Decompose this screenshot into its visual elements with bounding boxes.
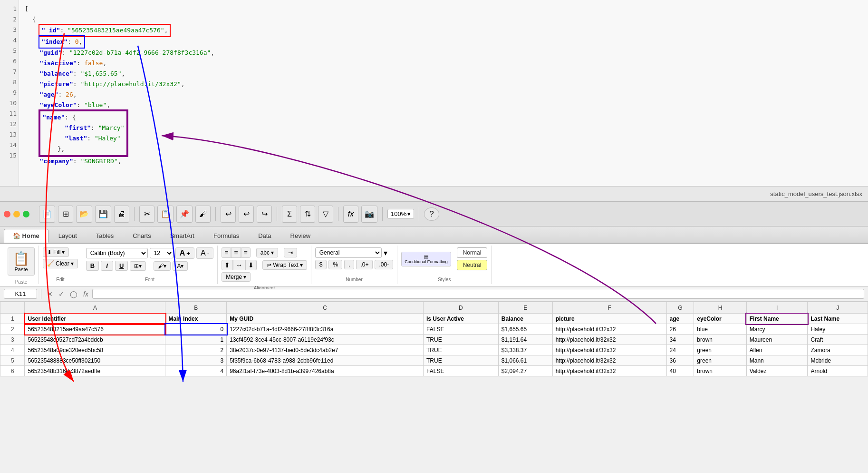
confirm-formula-button[interactable]: ✓ (57, 289, 66, 299)
valign-mid-button[interactable]: ↔ (233, 260, 245, 270)
cell-j1[interactable]: Last Name (808, 314, 868, 324)
expand-formula-button[interactable]: ◯ (68, 289, 79, 299)
cell-e5[interactable]: $1,066.61 (498, 355, 552, 366)
cell-e2[interactable]: $1,655.65 (498, 324, 552, 335)
abc-button[interactable]: abc ▾ (256, 248, 279, 257)
font-size-select[interactable]: 12 (150, 248, 174, 258)
cell-g1[interactable]: age (666, 314, 694, 324)
currency-button[interactable]: $ (315, 260, 327, 269)
formula-button[interactable]: fx (343, 206, 358, 223)
sum-button[interactable]: Σ (282, 206, 297, 223)
cell-d5[interactable]: TRUE (424, 355, 499, 366)
sort-button[interactable]: ⇅ (300, 206, 315, 223)
fill-button[interactable]: ⬇ Fill ▾ (43, 247, 69, 257)
cell-d2[interactable]: FALSE (424, 324, 499, 335)
cell-d6[interactable]: FALSE (424, 366, 499, 376)
borders-button[interactable]: ⊞▾ (130, 261, 146, 271)
cancel-formula-button[interactable]: ✕ (45, 289, 55, 299)
font-color-highlight[interactable]: 🖌▾ (154, 261, 171, 271)
col-header-f[interactable]: F (552, 302, 666, 314)
cell-a5[interactable]: 565235488883ce50ff302150 (25, 355, 165, 366)
col-header-a[interactable]: A (25, 302, 165, 314)
tab-data[interactable]: Data (249, 229, 280, 243)
wrap-text-dropdown[interactable]: ▾ (300, 262, 303, 268)
cell-i3[interactable]: Maureen (746, 335, 808, 345)
align-left-button[interactable]: ≡ (222, 247, 231, 258)
font-family-select[interactable]: Calibri (Body) (86, 248, 148, 258)
merge-button[interactable]: Merge ▾ (222, 272, 251, 282)
cell-h1[interactable]: eyeColor (694, 314, 746, 324)
col-header-i[interactable]: I (746, 302, 808, 314)
cell-e4[interactable]: $3,338.37 (498, 345, 552, 355)
cell-d3[interactable]: TRUE (424, 335, 499, 345)
wrap-text-button[interactable]: ⇌ Wrap Text ▾ (262, 260, 307, 270)
cell-a4[interactable]: 56523548a09ce320eed5bc58 (25, 345, 165, 355)
format-button[interactable]: 🖌 (195, 206, 211, 223)
cell-c6[interactable]: 96a2f1af-f73e-4003-8d1b-a3997426ab8a (227, 366, 424, 376)
new-file-button[interactable]: 📄 (39, 206, 55, 223)
decrease-decimal-button[interactable]: .00- (375, 260, 393, 269)
cell-b6[interactable]: 4 (165, 366, 227, 376)
cell-i5[interactable]: Mann (746, 355, 808, 366)
cell-g6[interactable]: 40 (666, 366, 694, 376)
merge-dropdown[interactable]: ▾ (243, 274, 246, 280)
cell-i4[interactable]: Allen (746, 345, 808, 355)
cell-c2[interactable]: 1227c02d-b71a-4df2-9666-278f8f3c316a (227, 324, 424, 335)
cell-b3[interactable]: 1 (165, 335, 227, 345)
cell-b2[interactable]: 0 (165, 324, 227, 335)
cell-a6[interactable]: 56523548b316dc3872aedffe (25, 366, 165, 376)
cell-e6[interactable]: $2,094.27 (498, 366, 552, 376)
save-button[interactable]: 💾 (95, 206, 111, 223)
percent-button[interactable]: % (328, 260, 342, 269)
col-header-j[interactable]: J (808, 302, 868, 314)
normal-style-badge[interactable]: Normal (457, 247, 488, 258)
col-header-g[interactable]: G (666, 302, 694, 314)
window-maximize-button[interactable] (23, 211, 29, 217)
neutral-style-badge[interactable]: Neutral (457, 260, 488, 270)
cell-e3[interactable]: $1,191.64 (498, 335, 552, 345)
indent-btn[interactable]: ⇥ (284, 248, 297, 257)
underline-button[interactable]: U (115, 261, 128, 271)
cell-a3[interactable]: 56523548c9527cd72a4bddcb (25, 335, 165, 345)
cell-d1[interactable]: Is User Active (424, 314, 499, 324)
cell-c5[interactable]: 5f35f9ca-6b68-4783-a988-2cbb96fe11ed (227, 355, 424, 366)
clear-button[interactable]: 🧹 Clear ▾ (43, 259, 78, 268)
grid-button[interactable]: ⊞ (58, 206, 73, 223)
cell-f2[interactable]: http://placehold.it/32x32 (552, 324, 666, 335)
cell-c1[interactable]: My GUID (227, 314, 424, 324)
tab-review[interactable]: Review (281, 229, 320, 243)
cell-h3[interactable]: brown (694, 335, 746, 345)
cell-c3[interactable]: 13cf4592-3ce4-45cc-8007-a6119e24f93c (227, 335, 424, 345)
open-button[interactable]: 📂 (76, 206, 92, 223)
num-format-dropdown[interactable]: ▾ (384, 248, 387, 257)
filter-button[interactable]: ▽ (318, 206, 333, 223)
font-color-button[interactable]: A▾ (173, 261, 188, 271)
cell-g2[interactable]: 26 (666, 324, 694, 335)
number-format-select[interactable]: General (315, 247, 382, 258)
cell-g4[interactable]: 24 (666, 345, 694, 355)
cell-b1[interactable]: Main Index (165, 314, 227, 324)
cell-f4[interactable]: http://placehold.it/32x32 (552, 345, 666, 355)
undo-button[interactable]: ↩ (221, 206, 236, 223)
align-right-button[interactable]: ≡ (241, 247, 251, 258)
window-minimize-button[interactable] (13, 211, 20, 217)
cell-b5[interactable]: 3 (165, 355, 227, 366)
cell-j2[interactable]: Haley (808, 324, 868, 335)
cell-h5[interactable]: green (694, 355, 746, 366)
cell-c4[interactable]: 38e2037c-0e97-4137-bed0-5de3dc4ab2e7 (227, 345, 424, 355)
fill-dropdown-icon[interactable]: ▾ (62, 249, 65, 256)
window-close-button[interactable] (4, 211, 10, 217)
cell-a2[interactable]: 565235483215ae49aa47c576 (25, 324, 165, 335)
decrease-font-button[interactable]: A- (196, 247, 213, 259)
bold-button[interactable]: B (86, 261, 99, 271)
print-button[interactable]: 🖨 (114, 206, 129, 223)
col-header-h[interactable]: H (694, 302, 746, 314)
col-header-d[interactable]: D (424, 302, 499, 314)
cell-h2[interactable]: blue (694, 324, 746, 335)
spreadsheet-container[interactable]: A B C D E F G H I J 1 (0, 302, 868, 376)
code-content[interactable]: [ { " id": "565235483215ae49aa47c576", "… (19, 0, 868, 186)
cell-h6[interactable]: brown (694, 366, 746, 376)
cell-f6[interactable]: http://placehold.it/32x32 (552, 366, 666, 376)
cell-g5[interactable]: 36 (666, 355, 694, 366)
zoom-dropdown-icon[interactable]: ▾ (407, 210, 411, 217)
